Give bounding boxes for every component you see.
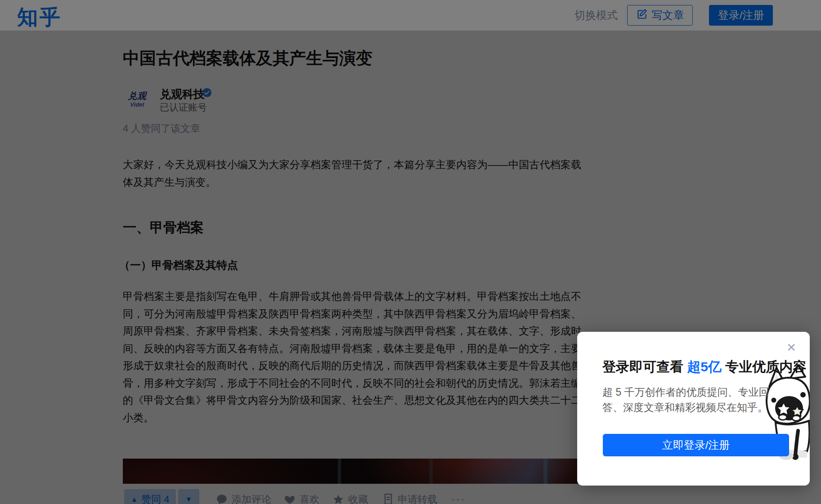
login-now-label: 立即登录/注册 <box>662 438 730 452</box>
modal-title-prefix: 登录即可查看 <box>602 359 687 374</box>
login-now-button[interactable]: 立即登录/注册 <box>603 434 789 456</box>
liukanshan-mascot-illustration <box>760 363 810 476</box>
modal-title-highlight: 超5亿 <box>687 359 722 374</box>
page: 知乎 切换模式 写文章 登录/注册 中国古代档案载体及其产生与演变 兑观 Vid… <box>0 0 821 504</box>
modal-body-text: 超 5 千万创作者的优质提问、专业回答、深度文章和精彩视频尽在知乎。 <box>602 385 783 415</box>
modal-title: 登录即可查看 超5亿 专业优质内容 <box>602 358 806 376</box>
close-icon[interactable]: ✕ <box>786 342 796 353</box>
modal-title-suffix: 专业优质内容 <box>722 359 806 374</box>
login-promo-modal: ✕ 登录即可查看 <box>577 332 810 486</box>
